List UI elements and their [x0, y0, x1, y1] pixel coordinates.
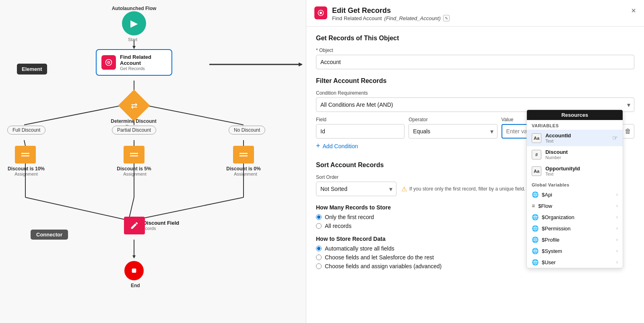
start-sublabel: Start — [128, 37, 137, 42]
outcome-full: Full Discount — [7, 126, 45, 135]
decision-node[interactable]: ⇄ — [118, 89, 150, 121]
api-chevron: › — [616, 192, 618, 197]
assign2-sublabel: Assignment — [117, 172, 153, 176]
flow-connections — [0, 0, 306, 323]
accountid-icon: Aa — [532, 133, 541, 143]
org-chevron: › — [616, 214, 618, 220]
user-globe: 🌐 — [532, 259, 539, 265]
store-auto-radio[interactable] — [316, 246, 322, 251]
warning-icon: ⚠ — [401, 185, 407, 193]
object-section-heading: Get Records of This Object — [316, 35, 634, 42]
assign1-label: Discount is 10% — [4, 166, 48, 172]
flow-chevron: › — [616, 203, 618, 209]
system-globe: 🌐 — [532, 248, 539, 254]
value-input-row: 🔍 Resources VARIABLES Aa AccountId — [502, 124, 634, 139]
field-col-label: Field — [316, 117, 405, 122]
resource-item-discount[interactable]: # Discount Number — [527, 146, 623, 163]
resource-item-accountid[interactable]: Aa AccountId Text ☞ — [527, 130, 623, 146]
add-condition-label: Add Condition — [323, 143, 358, 149]
panel-subtitle: Find Related Account (Find_Related_Accou… — [332, 15, 450, 21]
panel-main-title: Edit Get Records — [332, 6, 450, 15]
resource-system[interactable]: 🌐 $System › — [527, 245, 623, 257]
system-label: $System — [542, 248, 562, 254]
resource-permission[interactable]: 🌐 $Permission › — [527, 223, 623, 234]
resource-organization[interactable]: 🌐 $Organization › — [527, 211, 623, 223]
get-records-text: Find Related Account Get Records — [120, 54, 167, 71]
sort-order-select[interactable]: Not Sorted Ascending Descending — [316, 182, 396, 196]
start-node: ▶ — [122, 11, 146, 35]
resource-api[interactable]: 🌐 $Api › — [527, 189, 623, 200]
svg-line-4 — [24, 106, 122, 125]
assign1-sublabel: Assignment — [8, 172, 44, 176]
close-panel-button[interactable]: × — [631, 6, 636, 14]
perm-chevron: › — [616, 226, 618, 231]
store-sf-radio[interactable] — [316, 255, 322, 260]
profile-label: $Profile — [542, 237, 559, 243]
panel-subtitle-name: Find Related Account — [332, 15, 382, 21]
store-auto-label: Automatically store all fields — [325, 245, 394, 252]
cursor-indicator: ☞ — [612, 134, 618, 142]
operator-select[interactable]: Equals Not Equal To Contains — [409, 124, 497, 139]
assign2-node[interactable] — [124, 146, 144, 164]
org-label: $Organization — [542, 214, 574, 220]
condition-row: Field Operator Equals Not Equal To Conta… — [316, 117, 634, 139]
object-field-input[interactable] — [316, 55, 634, 69]
svg-marker-1 — [132, 46, 136, 49]
svg-line-11 — [25, 197, 125, 219]
system-chevron: › — [616, 248, 618, 254]
resource-profile[interactable]: 🌐 $Profile › — [527, 234, 623, 245]
org-globe: 🌐 — [532, 214, 539, 220]
get-records-icon — [101, 55, 116, 70]
profile-chevron: › — [616, 237, 618, 242]
assign3-label: Discount is 0% — [221, 166, 266, 172]
user-label: $User — [542, 259, 556, 265]
field-input[interactable] — [316, 124, 405, 139]
object-field-label: * Object — [316, 48, 634, 53]
system-left: 🌐 $System — [532, 248, 562, 254]
flow-canvas: Element Connector ▶ Autolaunched Flow St… — [0, 0, 306, 323]
operator-col-label: Operator — [409, 117, 497, 122]
assign1-node[interactable] — [15, 146, 36, 164]
resource-flow[interactable]: ≡ $Flow › — [527, 200, 623, 211]
store-advanced-radio[interactable] — [316, 263, 322, 269]
object-section: Get Records of This Object * Object — [316, 35, 634, 69]
plus-icon: + — [316, 142, 320, 150]
end-node[interactable] — [124, 261, 144, 280]
variables-section-label: VARIABLES — [527, 120, 623, 130]
discount-text: Discount Number — [545, 149, 568, 160]
panel-subtitle-api: (Find_Related_Account) — [384, 15, 441, 21]
panel-header-left: Edit Get Records Find Related Account (F… — [314, 6, 450, 21]
sort-select-wrapper: Not Sorted Ascending Descending — [316, 182, 396, 196]
svg-line-7 — [24, 140, 25, 146]
panel-body: Get Records of This Object * Object Filt… — [306, 27, 644, 323]
update-records-node[interactable] — [124, 217, 145, 234]
add-condition-button[interactable]: + Add Condition — [316, 139, 358, 153]
edit-api-name-button[interactable]: ✎ — [443, 15, 450, 21]
start-label: Autolaunched Flow — [104, 6, 164, 11]
svg-point-22 — [108, 62, 109, 63]
assign3-node[interactable] — [233, 146, 254, 164]
delete-condition-button[interactable]: 🗑 — [621, 124, 634, 139]
flow-globe: ≡ — [532, 203, 535, 209]
svg-marker-17 — [132, 255, 136, 259]
resources-dropdown: Resources VARIABLES Aa AccountId Text — [526, 110, 623, 268]
svg-rect-29 — [132, 269, 136, 273]
store-first-label: Only the first record — [325, 214, 374, 220]
user-chevron: › — [616, 259, 618, 265]
assign2-label: Discount is 5% — [112, 166, 156, 172]
svg-line-13 — [129, 197, 134, 219]
opportunityid-icon: Aa — [532, 166, 541, 176]
resource-item-opportunityid[interactable]: Aa OpportunityId Text — [527, 163, 623, 179]
svg-marker-19 — [299, 62, 303, 66]
warning-text: If you store only the first record, filt… — [409, 186, 525, 192]
store-first-radio[interactable] — [316, 214, 322, 220]
get-records-node[interactable]: Find Related Account Get Records — [96, 49, 172, 76]
resource-user[interactable]: 🌐 $User › — [527, 257, 623, 268]
panel-header: Edit Get Records Find Related Account (F… — [306, 0, 644, 27]
assign3-sublabel: Assignment — [227, 172, 264, 176]
operator-select-wrapper: Equals Not Equal To Contains — [409, 124, 497, 139]
condition-operator-wrapper: Operator Equals Not Equal To Contains — [409, 117, 497, 139]
accountid-text: AccountId Text — [545, 133, 571, 143]
decision-icon: ⇄ — [131, 101, 138, 110]
store-all-radio[interactable] — [316, 223, 322, 229]
